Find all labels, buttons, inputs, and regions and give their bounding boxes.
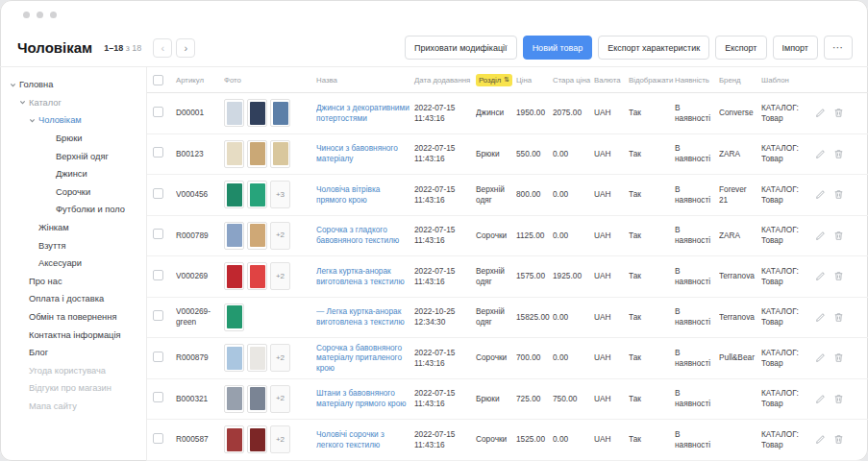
product-name-link[interactable]: Сорочка з гладкого бавовняного текстилю: [316, 225, 399, 245]
row-checkbox[interactable]: [153, 188, 163, 199]
hide-modifications-button[interactable]: Приховати модифікації: [405, 36, 517, 60]
sidebar-item[interactable]: Жінкам: [0, 219, 146, 237]
delete-icon[interactable]: [833, 312, 844, 323]
table-row[interactable]: R000789 +2 Сорочка з гладкого бавовняног…: [147, 216, 868, 257]
column-header-stock[interactable]: Наявність: [675, 76, 719, 85]
product-name-link[interactable]: Чоловіча вітрівка прямого крою: [316, 184, 380, 205]
row-checkbox-cell: [153, 229, 176, 242]
sidebar-item[interactable]: Аксесуари: [0, 255, 146, 273]
sort-icon[interactable]: ⇅: [504, 76, 509, 84]
edit-icon[interactable]: [815, 189, 826, 200]
column-header-date[interactable]: Дата додавання: [414, 76, 476, 85]
column-header-category[interactable]: Розділ⇅: [476, 74, 516, 86]
edit-icon[interactable]: [815, 271, 826, 281]
row-checkbox[interactable]: [153, 147, 163, 158]
edit-icon[interactable]: [815, 434, 826, 445]
sidebar-item[interactable]: Угода користувача: [0, 362, 146, 380]
sidebar-item[interactable]: Оплата і доставка: [0, 290, 146, 308]
sidebar-item[interactable]: Контактна інформація: [0, 326, 146, 344]
edit-icon[interactable]: [815, 312, 826, 323]
column-header-currency[interactable]: Валюта: [594, 76, 629, 85]
sidebar-item[interactable]: Блог: [0, 344, 146, 362]
product-name-link[interactable]: Чоловічі сорочки з легкого текстилю: [316, 429, 384, 449]
sidebar-item[interactable]: Обмін та повернення: [0, 308, 146, 327]
select-all-checkbox[interactable]: [153, 75, 163, 85]
row-checkbox[interactable]: [153, 352, 163, 362]
delete-icon[interactable]: [833, 434, 844, 445]
table-row[interactable]: V000269-green — Легка куртка-анорак виго…: [147, 298, 868, 339]
product-name-link[interactable]: — Легка куртка-анорак виготовлена з текс…: [316, 306, 405, 327]
column-header-photo[interactable]: Фото: [224, 76, 316, 85]
product-photo-thumbnail: [247, 140, 267, 168]
row-actions: [815, 189, 861, 200]
sidebar-item[interactable]: Брюки: [0, 130, 146, 148]
table-row[interactable]: R000587 +2 Чоловічі сорочки з легкого те…: [147, 420, 868, 461]
chevron-down-icon: [10, 82, 19, 88]
edit-icon[interactable]: [815, 352, 826, 363]
sidebar-item[interactable]: Відгуки про магазин: [0, 379, 146, 398]
prev-page-button[interactable]: ‹: [153, 38, 172, 58]
delete-icon[interactable]: [833, 149, 844, 159]
table-row[interactable]: V000269 +2 Легка куртка-анорак виготовле…: [147, 256, 868, 298]
window-close-button[interactable]: [23, 12, 30, 18]
product-name-link[interactable]: Чиноси з бавовняного матеріалу: [316, 143, 398, 163]
sidebar-item[interactable]: Головна: [0, 76, 146, 94]
product-availability: В наявності: [675, 306, 719, 328]
product-availability: В наявності: [675, 388, 719, 409]
sidebar-item[interactable]: Взуття: [0, 236, 146, 255]
product-name-link[interactable]: Штани з бавовняного матеріалу прямого кр…: [316, 388, 407, 408]
column-header-template[interactable]: Шаблон: [761, 76, 815, 85]
column-header-brand[interactable]: Бренд: [719, 76, 761, 85]
export-characteristics-button[interactable]: Експорт характеристик: [598, 36, 709, 60]
row-checkbox[interactable]: [153, 433, 163, 444]
product-name-link[interactable]: Легка куртка-анорак виготовлена з тексти…: [316, 266, 405, 286]
window-minimize-button[interactable]: [37, 12, 43, 18]
row-checkbox[interactable]: [153, 229, 163, 239]
table-row[interactable]: B000321 +2 Штани з бавовняного матеріалу…: [147, 379, 868, 421]
delete-icon[interactable]: [833, 189, 844, 200]
edit-icon[interactable]: [815, 230, 826, 241]
table-row[interactable]: D00001 Джинси з декоративними потертостя…: [147, 93, 868, 134]
sidebar-item[interactable]: Каталог: [0, 94, 146, 112]
column-header-sku[interactable]: Артикул: [176, 76, 224, 85]
delete-icon[interactable]: [833, 352, 844, 363]
edit-icon[interactable]: [815, 394, 826, 404]
column-header-oldprice[interactable]: Стара ціна: [553, 76, 594, 85]
column-header-price[interactable]: Ціна: [516, 76, 553, 85]
row-checkbox[interactable]: [153, 392, 163, 402]
column-header-show[interactable]: Відображати: [629, 76, 675, 85]
product-availability: В наявності: [675, 143, 719, 164]
delete-icon[interactable]: [833, 108, 844, 118]
delete-icon[interactable]: [833, 271, 844, 281]
edit-icon[interactable]: [815, 108, 826, 118]
product-template: КАТАЛОГ: Товар: [761, 266, 815, 287]
product-name-cell: Сорочка з бавовняного матеріалу притален…: [316, 343, 414, 374]
row-checkbox[interactable]: [153, 310, 163, 321]
product-name-link[interactable]: Сорочка з бавовняного матеріалу притален…: [316, 343, 402, 374]
column-header-name[interactable]: Назва: [316, 76, 414, 85]
sidebar-item[interactable]: Сорочки: [0, 183, 146, 202]
table-row[interactable]: V000456 +3 Чоловіча вітрівка прямого кро…: [147, 175, 868, 216]
product-visibility: Так: [629, 189, 675, 200]
sidebar-item[interactable]: Джинси: [0, 165, 146, 183]
sidebar-item[interactable]: Про нас: [0, 273, 146, 291]
table-row[interactable]: B00123 Чиноси з бавовняного матеріалу 20…: [147, 134, 868, 176]
product-availability: В наявності: [675, 348, 719, 369]
sidebar-item[interactable]: Футболки и поло: [0, 201, 146, 219]
delete-icon[interactable]: [833, 394, 844, 404]
more-actions-button[interactable]: ⋯: [824, 36, 853, 60]
window-maximize-button[interactable]: [50, 12, 57, 18]
product-name-link[interactable]: Джинси з декоративними потертостями: [316, 103, 409, 123]
edit-icon[interactable]: [815, 149, 826, 159]
sidebar-item[interactable]: Верхній одяг: [0, 147, 146, 165]
import-button[interactable]: Імпорт: [773, 36, 819, 60]
row-checkbox[interactable]: [153, 107, 163, 117]
row-checkbox[interactable]: [153, 270, 163, 280]
table-row[interactable]: R000879 +2 Сорочка з бавовняного матеріа…: [147, 338, 868, 379]
next-page-button[interactable]: ›: [176, 38, 195, 58]
new-product-button[interactable]: Новий товар: [523, 36, 593, 60]
sidebar-item[interactable]: Чоловікам: [0, 111, 146, 130]
delete-icon[interactable]: [833, 230, 844, 241]
export-button[interactable]: Експорт: [715, 36, 766, 60]
sidebar-item[interactable]: Мапа сайту: [0, 398, 146, 416]
